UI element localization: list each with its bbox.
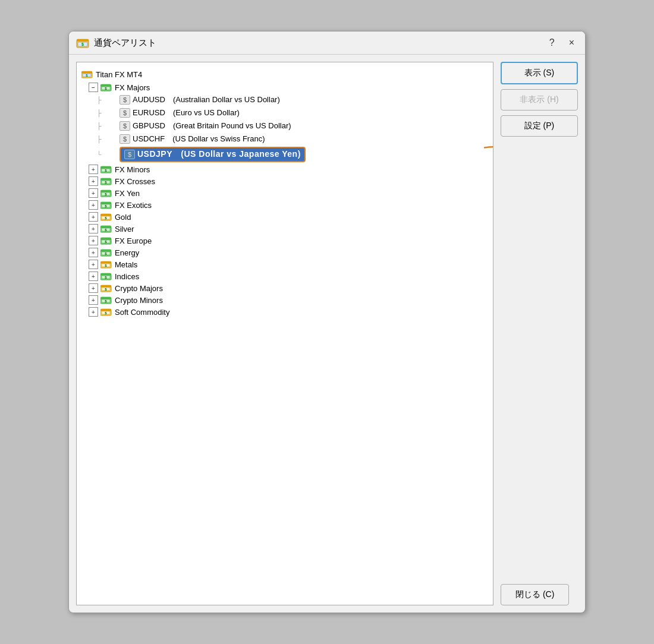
hide-button[interactable]: 非表示 (H) — [501, 89, 578, 111]
group-fx-majors-row[interactable]: − $ FX Majors — [79, 81, 491, 93]
placeholder-gbpusd — [108, 121, 117, 131]
title-bar: $ 通貨ペアリスト ? × — [69, 31, 585, 55]
collapse-fx-majors[interactable]: − — [89, 83, 98, 92]
group-fx-exotics: + $ FX Exotics — [79, 199, 491, 211]
row-gbpusd[interactable]: ├ $ GBPUSD (Great Britain Pound vs US Do… — [91, 119, 491, 132]
group-indices: + $ Indices — [79, 270, 491, 282]
tree-panel: $ Titan FX MT4 − $ — [76, 62, 493, 605]
label-usdjpy: USDJPY (US Dollar vs Japanese Yen) — [137, 149, 301, 160]
expand-fx-yen[interactable]: + — [89, 188, 98, 198]
row-eurusd[interactable]: ├ $ EURUSD (Euro vs US Dollar) — [91, 106, 491, 119]
expand-metals[interactable]: + — [89, 260, 98, 269]
folder-icon-soft-commodity: $ — [100, 307, 112, 317]
expand-fx-minors[interactable]: + — [89, 165, 98, 174]
group-soft-commodity-row[interactable]: + $ Soft Commodity — [79, 306, 491, 318]
group-fx-europe-row[interactable]: + $ FX Europe — [79, 235, 491, 247]
folder-icon-silver: $ — [100, 224, 112, 233]
group-crypto-majors: + $ Crypto Majors — [79, 282, 491, 294]
content-area: $ Titan FX MT4 − $ — [69, 55, 585, 613]
group-crypto-minors-row[interactable]: + $ Crypto Minors — [79, 294, 491, 306]
group-label-crypto-minors: Crypto Minors — [115, 296, 163, 305]
close-window-button[interactable]: × — [565, 36, 578, 49]
window-title: 通貨ペアリスト — [94, 37, 541, 49]
group-fx-minors-row[interactable]: + $ FX Minors — [79, 163, 491, 175]
group-crypto-majors-row[interactable]: + $ Crypto Majors — [79, 282, 491, 294]
settings-button[interactable]: 設定 (P) — [501, 115, 578, 137]
group-gold: + $ Gold — [79, 211, 491, 223]
symbol-icon-usdchf: $ — [120, 134, 130, 144]
expand-gold[interactable]: + — [89, 212, 98, 222]
group-metals-row[interactable]: + $ Metals — [79, 258, 491, 270]
group-fx-crosses-row[interactable]: + $ FX Crosses — [79, 175, 491, 187]
group-label-energy: Energy — [115, 248, 139, 257]
root-label: Titan FX MT4 — [96, 70, 142, 79]
expand-fx-crosses[interactable]: + — [89, 176, 98, 186]
connector-eurusd: ├ — [93, 109, 105, 116]
show-button[interactable]: 表示 (S) — [501, 62, 578, 84]
placeholder-usdchf — [108, 134, 117, 144]
folder-icon-fx-europe: $ — [100, 236, 112, 245]
group-energy: + $ Energy — [79, 247, 491, 258]
placeholder-usdjpy — [108, 150, 117, 159]
usdjpy-highlight-box: $ USDJPY (US Dollar vs Japanese Yen) — [120, 147, 306, 162]
group-label-fx-europe: FX Europe — [115, 236, 152, 245]
group-label-silver: Silver — [115, 225, 134, 233]
folder-icon-crypto-majors: $ — [100, 283, 112, 293]
expand-energy[interactable]: + — [89, 248, 98, 257]
fx-majors-children: ├ $ AUDUSD (Australian Dollar vs US Doll… — [79, 93, 491, 163]
group-label-fx-crosses: FX Crosses — [115, 177, 155, 186]
group-silver-row[interactable]: + $ Silver — [79, 223, 491, 235]
svg-text:$: $ — [81, 42, 84, 47]
label-audusd: AUDUSD (Australian Dollar vs US Dollar) — [133, 94, 280, 105]
label-eurusd: EURUSD (Euro vs US Dollar) — [133, 108, 240, 118]
connector-usdjpy: └ — [93, 151, 105, 158]
group-label-fx-exotics: FX Exotics — [115, 201, 152, 210]
group-fx-majors: − $ FX Majors — [79, 81, 491, 163]
group-crypto-minors: + $ Crypto Minors — [79, 294, 491, 306]
expand-indices[interactable]: + — [89, 272, 98, 281]
expand-fx-exotics[interactable]: + — [89, 200, 98, 210]
row-audusd[interactable]: ├ $ AUDUSD (Australian Dollar vs US Doll… — [91, 93, 491, 106]
item-audusd: ├ $ AUDUSD (Australian Dollar vs US Doll… — [91, 93, 491, 106]
group-label-crypto-majors: Crypto Majors — [115, 284, 163, 293]
group-label-fx-yen: FX Yen — [115, 189, 140, 198]
folder-icon-energy: $ — [100, 248, 112, 257]
folder-icon-fx-minors: $ — [100, 165, 112, 174]
item-usdchf: ├ $ USDCHF (US Dollar vs Swiss Franc) — [91, 132, 491, 146]
right-panel: 表示 (S) 非表示 (H) 設定 (P) 閉じる (C) — [501, 62, 578, 605]
folder-icon-fx-majors: $ — [100, 83, 112, 92]
action-buttons: 表示 (S) 非表示 (H) 設定 (P) — [501, 62, 578, 137]
group-gold-row[interactable]: + $ Gold — [79, 211, 491, 223]
group-fx-exotics-row[interactable]: + $ FX Exotics — [79, 199, 491, 211]
app-icon: $ — [76, 36, 89, 49]
group-label-fx-majors: FX Majors — [115, 83, 150, 92]
row-usdjpy[interactable]: └ $ USDJPY (US Dollar vs Japanese Yen) — [91, 146, 491, 163]
arrow-indicator — [479, 142, 493, 168]
help-button[interactable]: ? — [546, 36, 558, 49]
close-button[interactable]: 閉じる (C) — [501, 584, 569, 605]
group-metals: + $ Metals — [79, 258, 491, 270]
expand-fx-europe[interactable]: + — [89, 236, 98, 245]
group-label-soft-commodity: Soft Commodity — [115, 308, 169, 317]
label-usdchf: USDCHF (US Dollar vs Swiss Franc) — [133, 134, 265, 144]
group-fx-yen-row[interactable]: + $ FX Yen — [79, 187, 491, 199]
group-label-indices: Indices — [115, 272, 139, 281]
expand-soft-commodity[interactable]: + — [89, 307, 98, 317]
folder-icon-crypto-minors: $ — [100, 295, 112, 305]
group-energy-row[interactable]: + $ Energy — [79, 247, 491, 258]
symbol-icon-eurusd: $ — [120, 108, 130, 118]
row-usdchf[interactable]: ├ $ USDCHF (US Dollar vs Swiss Franc) — [91, 132, 491, 146]
main-window: $ 通貨ペアリスト ? × $ Titan FX MT4 — [68, 31, 586, 613]
group-indices-row[interactable]: + $ Indices — [79, 270, 491, 282]
expand-crypto-minors[interactable]: + — [89, 295, 98, 305]
group-label-metals: Metals — [115, 260, 137, 269]
expand-silver[interactable]: + — [89, 224, 98, 233]
expand-crypto-majors[interactable]: + — [89, 283, 98, 293]
folder-icon-metals: $ — [100, 260, 112, 269]
folder-icon-fx-yen: $ — [100, 188, 112, 198]
orange-arrow-svg — [479, 142, 493, 166]
group-silver: + $ Silver — [79, 223, 491, 235]
folder-icon-fx-exotics: $ — [100, 200, 112, 210]
connector-usdchf: ├ — [93, 135, 105, 143]
folder-icon-indices: $ — [100, 272, 112, 281]
